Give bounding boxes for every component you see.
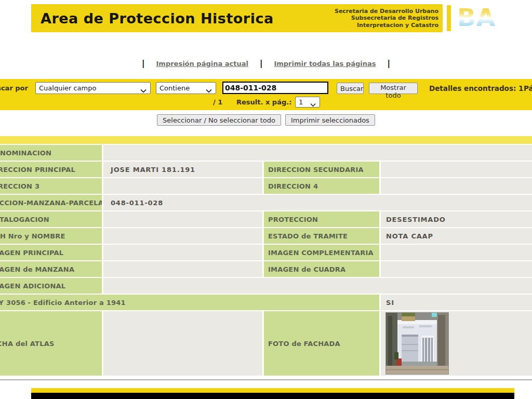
field-value xyxy=(103,178,262,194)
per-page-select[interactable]: 1 xyxy=(295,97,320,108)
operator-select[interactable]: Contiene xyxy=(156,82,216,94)
field-label-imagen-de-manzana: IMAGEN de MANZANA xyxy=(0,261,102,277)
org-line-2: Subsecretaria de Registros xyxy=(335,15,438,22)
field-label-direccion-principal: DIRECCION PRINCIPAL xyxy=(0,162,102,177)
chevron-down-icon xyxy=(140,87,147,95)
field-label-catalogacion: CATALOGACION xyxy=(0,211,102,227)
table-row: APH Nro y NOMBRE ESTADO de TRAMITE NOTA … xyxy=(0,228,532,244)
field-value xyxy=(103,311,262,376)
table-row: DIRECCION 3 DIRECCION 4 xyxy=(0,178,532,194)
field-value xyxy=(381,245,532,260)
field-value xyxy=(103,211,262,227)
field-value xyxy=(103,228,262,244)
table-row: LEY 3056 - Edificio Anterior a 1941 SI xyxy=(0,295,532,310)
table-row: FICHA del ATLAS FOTO de FACHADA xyxy=(0,311,532,376)
page-title: Area de Proteccion Historica xyxy=(31,10,274,26)
field-value xyxy=(103,145,532,161)
field-value: NOTA CAAP xyxy=(381,228,532,244)
header-banner: Area de Proteccion Historica Secretaria … xyxy=(31,4,443,32)
page-indicator: / 1 xyxy=(213,98,222,106)
table-row: DENOMINACION xyxy=(0,145,532,161)
field-label-direccion-secundaria: DIRECCION SECUNDARIA xyxy=(264,162,379,177)
field-label-estado-de-tramite: ESTADO de TRAMITE xyxy=(264,228,379,244)
field-label-proteccion: PROTECCION xyxy=(264,211,379,227)
field-value xyxy=(103,245,262,260)
field-value xyxy=(381,162,532,177)
field-value xyxy=(381,261,532,277)
field-value: SI xyxy=(381,295,532,310)
chevron-down-icon xyxy=(310,101,316,109)
field-label-direccion-3: DIRECCION 3 xyxy=(0,178,102,194)
field-label-foto-de-fachada: FOTO de FACHADA xyxy=(264,311,379,376)
field-label-imagen-principal: IMAGEN PRINCIPAL xyxy=(0,245,102,260)
field-label-aph-nro-y-nombre: APH Nro y NOMBRE xyxy=(0,228,102,244)
ba-logo: BA xyxy=(457,2,514,32)
operator-select-value: Contiene xyxy=(159,84,190,92)
print-current-page-link[interactable]: Impresión página actual xyxy=(156,60,248,68)
field-label-ficha-del-atlas: FICHA del ATLAS xyxy=(0,311,102,376)
print-all-pages-link[interactable]: Imprimir todas las páginas xyxy=(274,60,376,68)
field-select[interactable]: Cualquier campo xyxy=(35,82,151,94)
table-row: IMAGEN PRINCIPAL IMAGEN COMPLEMENTARIA xyxy=(0,245,532,260)
table-row: IMAGEN de MANZANA IMAGEN de CUADRA xyxy=(0,261,532,277)
print-links-row: | Impresión página actual | Imprimir tod… xyxy=(0,57,532,70)
show-all-button[interactable]: Mostrar todo xyxy=(369,83,418,94)
search-bar: Buscar por Cualquier campo Contiene Busc… xyxy=(0,79,532,110)
per-page-select-value: 1 xyxy=(299,98,303,106)
table-row: DIRECCION PRINCIPAL JOSE MARTI 181.191 D… xyxy=(0,162,532,177)
footer-yellow-stripe xyxy=(31,388,514,393)
results-per-page-label: Result. x pág.: xyxy=(236,98,291,106)
footer-black-bar xyxy=(31,393,514,399)
facade-photo[interactable] xyxy=(385,312,449,375)
separator-pipe: | xyxy=(260,59,262,68)
field-value: 048-011-028 xyxy=(103,195,532,210)
field-value: JOSE MARTI 181.191 xyxy=(103,162,262,177)
field-value xyxy=(103,278,532,294)
field-label-imagen-complementaria: IMAGEN COMPLEMENTARIA xyxy=(264,245,379,260)
table-row: SECCION-MANZANA-PARCELA 048-011-028 xyxy=(0,195,532,210)
search-button[interactable]: Buscar xyxy=(337,83,364,94)
separator-pipe: | xyxy=(387,59,390,68)
field-value: DESESTIMADO xyxy=(381,211,532,227)
field-label-ley-3056: LEY 3056 - Edificio Anterior a 1941 xyxy=(0,295,379,310)
table-top-strip xyxy=(0,136,532,144)
field-label-imagen-de-cuadra: IMAGEN de CUADRA xyxy=(264,261,379,277)
table-row: CATALOGACION PROTECCION DESESTIMADO xyxy=(0,211,532,227)
chevron-down-icon xyxy=(206,87,212,95)
select-all-toggle-button[interactable]: Seleccionar / No seleccionar todo xyxy=(157,114,281,126)
field-value xyxy=(103,261,262,277)
results-found-text: Detalles encontrados: 1 xyxy=(429,84,523,92)
search-query-input[interactable] xyxy=(222,82,328,94)
table-row: IMAGEN ADICIONAL xyxy=(0,278,532,294)
logo-separator-bar xyxy=(447,5,451,31)
print-selected-button[interactable]: Imprimir seleccionados xyxy=(285,114,375,126)
field-value xyxy=(381,178,532,194)
search-by-label: Buscar por xyxy=(0,84,28,92)
org-line-1: Secretaria de Desarrollo Urbano xyxy=(335,8,438,15)
footer-divider-line xyxy=(0,379,532,380)
page: Area de Proteccion Historica Secretaria … xyxy=(0,0,532,399)
selection-actions-row: Seleccionar / No seleccionar todo Imprim… xyxy=(0,114,532,126)
field-select-value: Cualquier campo xyxy=(39,84,96,92)
separator-pipe: | xyxy=(142,59,144,68)
page-label-clipped: Pág. xyxy=(524,84,532,92)
org-block: Secretaria de Desarrollo Urbano Subsecre… xyxy=(335,8,443,29)
field-label-seccion-manzana-parcela: SECCION-MANZANA-PARCELA xyxy=(0,195,102,210)
field-label-denominacion: DENOMINACION xyxy=(0,145,102,161)
field-label-direccion-4: DIRECCION 4 xyxy=(264,178,379,194)
field-label-imagen-adicional: IMAGEN ADICIONAL xyxy=(0,278,102,294)
field-value-photo-cell xyxy=(381,311,532,376)
org-line-3: Interpretacion y Catastro xyxy=(335,22,438,29)
record-table: DENOMINACION DIRECCION PRINCIPAL JOSE MA… xyxy=(0,145,532,377)
